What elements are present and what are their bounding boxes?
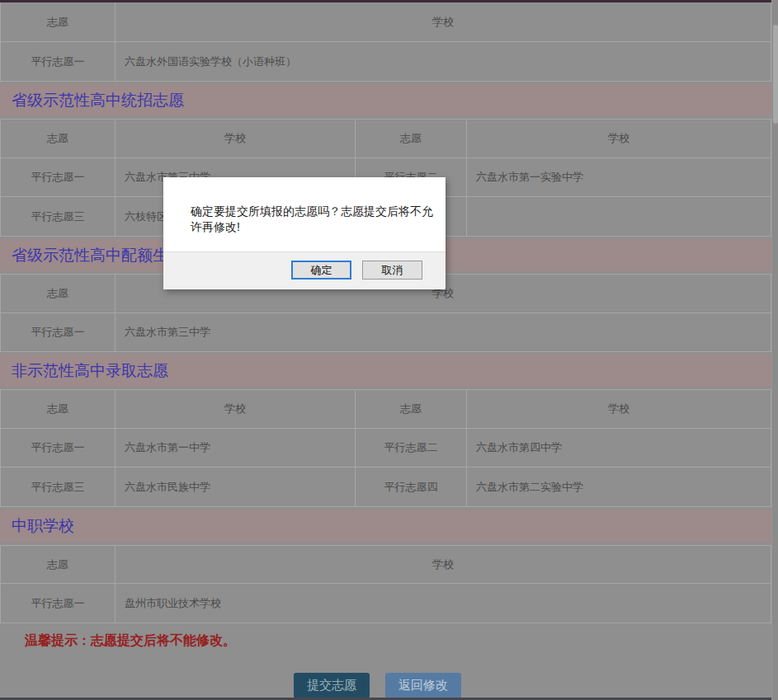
back-modify-button[interactable]: 返回修改 xyxy=(385,673,461,698)
section-title-feishifan: 非示范性高中录取志愿 xyxy=(0,355,771,387)
col-header-volunteer: 志愿 xyxy=(1,120,116,157)
table-row: 平行志愿一 六盘水外国语实验学校（小语种班） xyxy=(1,42,771,82)
table-header-row: 志愿 学校 xyxy=(1,2,771,42)
school-cell: 六盘水市第四中学 xyxy=(467,429,771,467)
col-header-volunteer: 志愿 xyxy=(1,2,116,41)
table-header-row: 志愿 学校 志愿 学校 xyxy=(1,390,771,429)
table-row: 平行志愿一 六盘水市第一中学 平行志愿二 六盘水市第四中学 xyxy=(1,429,771,467)
confirm-dialog-footer: 确定 取消 xyxy=(163,251,446,289)
confirm-dialog: 确定要提交所填报的志愿吗？志愿提交后将不允许再修改! 确定 取消 xyxy=(163,177,446,289)
col-header-school: 学校 xyxy=(467,390,771,428)
volunteer-label-cell: 平行志愿三 xyxy=(1,197,116,236)
vertical-scrollbar[interactable] xyxy=(771,0,778,700)
table-row: 平行志愿一 盘州市职业技术学校 xyxy=(1,584,771,623)
school-cell: 六盘水市第一中学 xyxy=(116,429,356,467)
warning-text: 温馨提示：志愿提交后将不能修改。 xyxy=(25,632,778,650)
col-header-school: 学校 xyxy=(116,546,771,583)
table-header-row: 志愿 学校 志愿 学校 xyxy=(1,120,771,158)
table-zhongzhi: 志愿 学校 平行志愿一 盘州市职业技术学校 xyxy=(0,545,771,623)
table-row: 平行志愿三 六盘水市民族中学 平行志愿四 六盘水市第二实验中学 xyxy=(1,467,771,507)
col-header-volunteer: 志愿 xyxy=(356,390,467,428)
volunteer-label-cell: 平行志愿一 xyxy=(1,42,116,81)
school-cell: 六盘水外国语实验学校（小语种班） xyxy=(116,42,771,81)
scrollbar-thumb[interactable] xyxy=(773,25,778,124)
col-header-school: 学校 xyxy=(116,120,356,157)
submit-volunteer-button[interactable]: 提交志愿 xyxy=(294,673,370,698)
volunteer-label-cell: 平行志愿一 xyxy=(1,313,116,351)
table-feishifan: 志愿 学校 志愿 学校 平行志愿一 六盘水市第一中学 平行志愿二 六盘水市第四中… xyxy=(0,389,771,507)
col-header-volunteer: 志愿 xyxy=(1,390,116,428)
school-cell: 六盘水市民族中学 xyxy=(116,467,356,506)
volunteer-label-cell: 平行志愿四 xyxy=(356,467,467,506)
table-header-row: 志愿 学校 xyxy=(1,546,771,584)
volunteer-label-cell: 平行志愿一 xyxy=(1,429,116,467)
school-cell: 六盘水市第三中学 xyxy=(116,313,771,351)
section-title-tongzhao: 省级示范性高中统招志愿 xyxy=(0,84,771,116)
action-button-row: 提交志愿 返回修改 xyxy=(0,673,766,698)
school-cell: 盘州市职业技术学校 xyxy=(116,584,771,622)
volunteer-label-cell: 平行志愿二 xyxy=(356,429,467,467)
volunteer-label-cell: 平行志愿一 xyxy=(1,584,116,622)
cancel-button[interactable]: 取消 xyxy=(362,261,422,280)
col-header-school: 学校 xyxy=(116,2,771,41)
table-special-class: 志愿 学校 平行志愿一 六盘水外国语实验学校（小语种班） xyxy=(0,2,771,82)
table-row: 平行志愿一 六盘水市第三中学 xyxy=(1,313,771,352)
volunteer-label-cell: 平行志愿一 xyxy=(1,158,116,196)
col-header-volunteer: 志愿 xyxy=(1,275,116,312)
col-header-school: 学校 xyxy=(116,390,356,428)
school-cell: 六盘水市第二实验中学 xyxy=(467,467,771,506)
col-header-school: 学校 xyxy=(467,120,771,157)
school-cell: 六盘水市第一实验中学 xyxy=(467,158,771,196)
confirm-dialog-message: 确定要提交所填报的志愿吗？志愿提交后将不允许再修改! xyxy=(191,204,436,235)
section-title-zhongzhi: 中职学校 xyxy=(0,510,771,543)
school-cell xyxy=(467,197,771,236)
col-header-volunteer: 志愿 xyxy=(1,546,116,583)
volunteer-label-cell: 平行志愿三 xyxy=(1,467,116,506)
ok-button[interactable]: 确定 xyxy=(291,261,351,280)
col-header-volunteer: 志愿 xyxy=(356,120,467,157)
